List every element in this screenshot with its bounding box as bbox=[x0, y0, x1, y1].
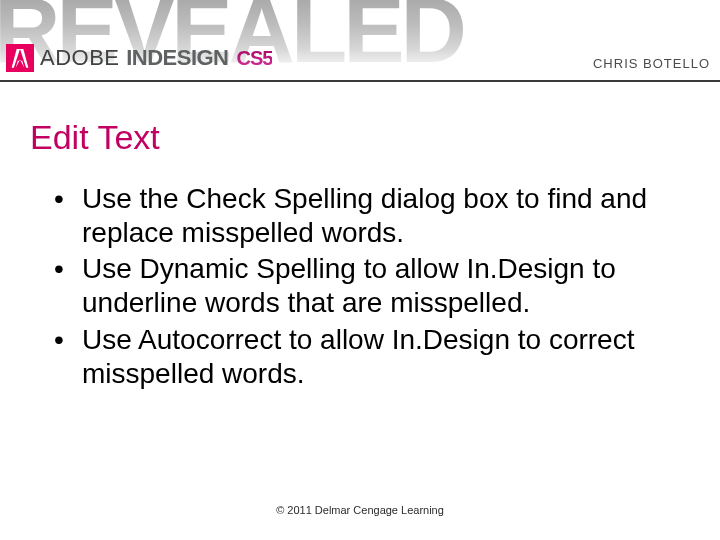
svg-rect-0 bbox=[6, 44, 34, 72]
bullet-text: Use the Check Spelling dialog box to fin… bbox=[82, 182, 664, 250]
bullet-text: Use Dynamic Spelling to allow In.Design … bbox=[82, 252, 664, 320]
adobe-logo-icon bbox=[6, 44, 34, 72]
list-item: • Use the Check Spelling dialog box to f… bbox=[54, 182, 664, 250]
brand-product: INDESIGN bbox=[126, 45, 228, 70]
bullet-list: • Use the Check Spelling dialog box to f… bbox=[54, 182, 664, 393]
brand-prefix: ADOBE bbox=[40, 45, 120, 70]
slide: REVEALED ADOBE INDESIGN CS5 CHRIS BOTELL… bbox=[0, 0, 720, 540]
bullet-dot-icon: • bbox=[54, 252, 82, 320]
bullet-dot-icon: • bbox=[54, 182, 82, 250]
brand-suffix: CS5 bbox=[237, 47, 273, 70]
author-byline: CHRIS BOTELLO bbox=[593, 56, 710, 71]
slide-title: Edit Text bbox=[30, 118, 160, 157]
slide-header: REVEALED ADOBE INDESIGN CS5 CHRIS BOTELL… bbox=[0, 0, 720, 86]
banner-divider bbox=[0, 80, 720, 82]
list-item: • Use Dynamic Spelling to allow In.Desig… bbox=[54, 252, 664, 320]
list-item: • Use Autocorrect to allow In.Design to … bbox=[54, 323, 664, 391]
brand-text: ADOBE INDESIGN bbox=[40, 45, 229, 71]
bullet-text: Use Autocorrect to allow In.Design to co… bbox=[82, 323, 664, 391]
bullet-dot-icon: • bbox=[54, 323, 82, 391]
brand-lockup: ADOBE INDESIGN CS5 bbox=[6, 44, 272, 72]
footer-copyright: © 2011 Delmar Cengage Learning bbox=[0, 504, 720, 516]
